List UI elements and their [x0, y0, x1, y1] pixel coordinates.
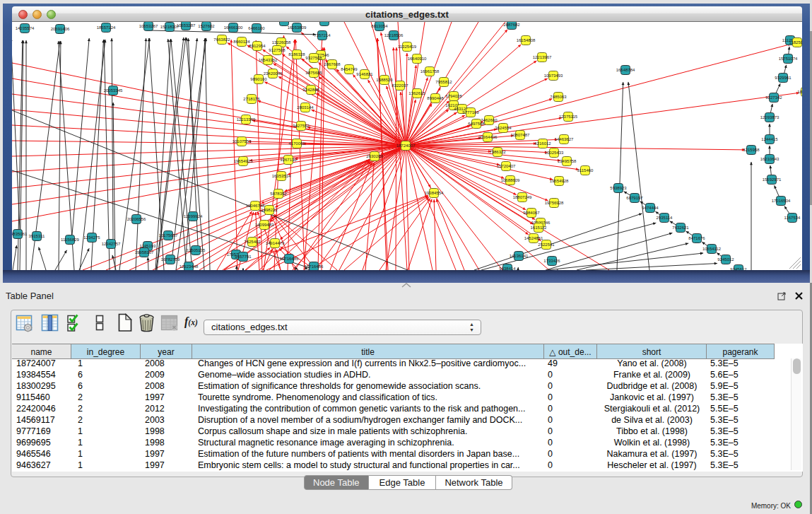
svg-text:7485063: 7485063 — [550, 95, 567, 99]
svg-text:8322037: 8322037 — [392, 83, 408, 88]
svg-text:1733426: 1733426 — [543, 259, 560, 263]
svg-text:3267130: 3267130 — [280, 158, 297, 162]
svg-text:1498222: 1498222 — [261, 208, 278, 212]
svg-text:2867608: 2867608 — [324, 62, 341, 66]
svg-text:2718176: 2718176 — [243, 97, 260, 101]
svg-text:7357214: 7357214 — [314, 33, 331, 37]
svg-text:9245612: 9245612 — [730, 267, 747, 270]
svg-text:2522541: 2522541 — [538, 243, 555, 247]
svg-text:7986322: 7986322 — [489, 150, 506, 154]
svg-text:5215958: 5215958 — [743, 148, 760, 152]
svg-text:12505135: 12505135 — [187, 248, 206, 252]
svg-text:23420046: 23420046 — [264, 71, 283, 76]
svg-text:20206556: 20206556 — [127, 217, 146, 221]
svg-text:6879197: 6879197 — [626, 196, 643, 200]
svg-text:19654928: 19654928 — [550, 179, 569, 183]
svg-text:10653287: 10653287 — [177, 23, 196, 28]
svg-text:15716486: 15716486 — [305, 264, 324, 269]
svg-text:7632621: 7632621 — [672, 226, 689, 230]
svg-text:17016504: 17016504 — [772, 199, 791, 203]
svg-text:9777169: 9777169 — [462, 110, 479, 115]
svg-text:7663822: 7663822 — [213, 37, 230, 42]
svg-text:9890160: 9890160 — [250, 77, 267, 81]
svg-text:16353514: 16353514 — [272, 174, 291, 178]
svg-text:15751074: 15751074 — [779, 57, 798, 61]
svg-text:2803144: 2803144 — [297, 105, 314, 110]
svg-text:12213369: 12213369 — [237, 117, 256, 122]
svg-text:16782759: 16782759 — [161, 257, 180, 262]
svg-text:1527602: 1527602 — [198, 24, 215, 28]
svg-text:20691406: 20691406 — [51, 27, 70, 31]
svg-text:19384554: 19384554 — [425, 191, 444, 195]
svg-text:8660124: 8660124 — [233, 40, 250, 44]
svg-text:18724007: 18724007 — [396, 144, 416, 148]
svg-text:9084067: 9084067 — [523, 211, 540, 215]
svg-text:6497568: 6497568 — [468, 122, 485, 126]
svg-text:16154808: 16154808 — [517, 38, 536, 42]
svg-text:14099483: 14099483 — [255, 223, 274, 227]
svg-text:14463627: 14463627 — [555, 137, 574, 141]
svg-text:6466100: 6466100 — [248, 26, 265, 30]
svg-text:11325419: 11325419 — [398, 45, 417, 49]
svg-text:10973493: 10973493 — [544, 74, 563, 78]
svg-text:9227342: 9227342 — [765, 95, 782, 100]
svg-text:1167534: 1167534 — [784, 216, 801, 220]
svg-text:10175657: 10175657 — [159, 233, 178, 238]
svg-text:12342757: 12342757 — [102, 242, 121, 246]
svg-text:1588520: 1588520 — [376, 78, 393, 82]
svg-text:6794028: 6794028 — [445, 94, 462, 98]
svg-text:9127508: 9127508 — [269, 48, 286, 52]
svg-text:8186328: 8186328 — [288, 52, 305, 57]
svg-text:18557124: 18557124 — [97, 25, 116, 30]
svg-text:9242848: 9242848 — [302, 88, 319, 92]
svg-text:1244415: 1244415 — [761, 137, 778, 141]
svg-text:2630203: 2630203 — [366, 154, 383, 158]
svg-text:19654925: 19654925 — [234, 159, 253, 163]
svg-text:12218506: 12218506 — [384, 33, 404, 37]
svg-text:1362615: 1362615 — [408, 91, 425, 95]
svg-text:2887682: 2887682 — [503, 23, 520, 27]
svg-text:9657791: 9657791 — [235, 255, 252, 259]
svg-text:7625402: 7625402 — [244, 240, 261, 244]
svg-text:14835061: 14835061 — [12, 232, 28, 236]
svg-text:1234275: 1234275 — [83, 235, 100, 240]
svg-text:10653267: 10653267 — [139, 24, 158, 28]
svg-text:9474444: 9474444 — [642, 206, 659, 210]
svg-text:11156829: 11156829 — [61, 238, 79, 242]
svg-text:9327508: 9327508 — [305, 56, 322, 60]
svg-text:19756928: 19756928 — [545, 201, 564, 205]
svg-text:5878352: 5878352 — [270, 192, 287, 196]
svg-text:19958107: 19958107 — [135, 250, 154, 255]
svg-text:8471676: 8471676 — [688, 236, 705, 240]
svg-text:18807249: 18807249 — [513, 195, 532, 199]
svg-text:10654112: 10654112 — [702, 247, 722, 251]
svg-text:10107553: 10107553 — [233, 139, 252, 144]
svg-text:12399924: 12399924 — [184, 214, 203, 218]
svg-text:3915311: 3915311 — [29, 234, 46, 238]
svg-text:9115460: 9115460 — [577, 168, 594, 173]
svg-text:20364436: 20364436 — [478, 135, 498, 139]
svg-text:10688609: 10688609 — [501, 178, 520, 182]
svg-text:20053345: 20053345 — [104, 88, 123, 93]
svg-text:4170060: 4170060 — [288, 141, 305, 146]
svg-text:15692971: 15692971 — [763, 177, 782, 182]
svg-text:16648784: 16648784 — [616, 68, 635, 72]
svg-text:3624554: 3624554 — [495, 126, 512, 130]
svg-text:16466100: 16466100 — [224, 25, 243, 30]
svg-text:10025433: 10025433 — [545, 151, 564, 155]
svg-text:14035574: 14035574 — [16, 26, 35, 30]
svg-text:16961758: 16961758 — [420, 69, 440, 74]
svg-text:9638414: 9638414 — [499, 267, 516, 270]
svg-text:16543362: 16543362 — [259, 58, 278, 62]
svg-text:9146821: 9146821 — [356, 72, 373, 76]
svg-text:7955812: 7955812 — [435, 80, 452, 84]
svg-text:15720407: 15720407 — [497, 164, 516, 168]
svg-text:6216012: 6216012 — [534, 141, 551, 146]
svg-text:9427552: 9427552 — [293, 124, 310, 128]
svg-text:12923448: 12923448 — [180, 264, 199, 269]
svg-text:2935114: 2935114 — [657, 216, 673, 220]
svg-text:14524851: 14524851 — [524, 236, 543, 240]
svg-text:16210643: 16210643 — [760, 157, 779, 161]
svg-text:8912954: 8912954 — [249, 44, 266, 48]
svg-text:10807487: 10807487 — [511, 133, 530, 137]
